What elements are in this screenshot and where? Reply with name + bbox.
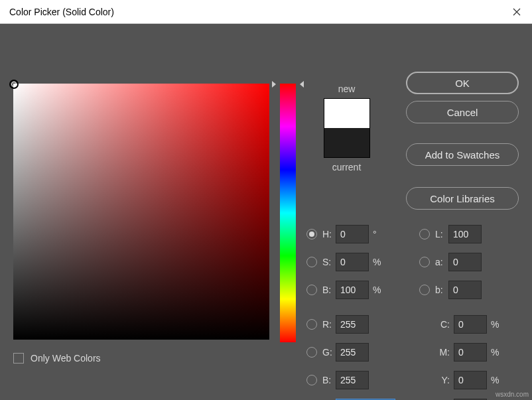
lab-b-input[interactable] <box>448 281 482 299</box>
window-close-button[interactable] <box>501 0 532 24</box>
blue-input[interactable] <box>336 371 369 389</box>
magenta-label: M: <box>435 347 454 358</box>
brightness-suffix: % <box>369 285 385 295</box>
color-libraries-button[interactable]: Color Libraries <box>406 187 519 210</box>
saturation-label: S: <box>322 257 336 267</box>
color-swatch-preview: new current <box>312 84 381 176</box>
red-radio[interactable] <box>306 319 317 330</box>
new-color-swatch <box>324 98 370 128</box>
hue-input[interactable] <box>336 225 369 243</box>
watermark: wsxdn.com <box>496 391 529 398</box>
green-radio[interactable] <box>306 347 317 358</box>
cyan-label: C: <box>435 319 454 330</box>
add-to-swatches-button[interactable]: Add to Swatches <box>406 143 519 166</box>
saturation-value-field[interactable] <box>13 84 269 340</box>
only-web-colors-checkbox[interactable]: Only Web Colors <box>13 353 101 364</box>
cancel-button[interactable]: Cancel <box>406 101 519 123</box>
saturation-radio[interactable] <box>306 257 317 267</box>
green-input[interactable] <box>336 343 369 362</box>
cyan-input[interactable] <box>454 315 487 334</box>
lab-b-radio[interactable] <box>419 285 430 295</box>
yellow-input[interactable] <box>454 371 487 389</box>
ok-button[interactable]: OK <box>406 72 519 94</box>
new-color-label: new <box>312 84 381 94</box>
close-icon <box>513 8 521 16</box>
brightness-radio[interactable] <box>306 285 317 295</box>
lab-b-label: b: <box>435 285 448 295</box>
only-web-colors-label: Only Web Colors <box>31 353 101 364</box>
yellow-label: Y: <box>435 375 454 385</box>
color-value-fields: H: ° L: S: % a: <box>306 220 525 400</box>
current-color-swatch[interactable] <box>324 128 370 158</box>
lab-a-label: a: <box>435 257 448 267</box>
hue-label: H: <box>322 229 336 239</box>
cyan-suffix: % <box>487 319 503 330</box>
lab-a-input[interactable] <box>448 253 482 271</box>
lab-a-radio[interactable] <box>419 257 430 267</box>
hue-radio[interactable] <box>306 229 317 239</box>
lab-l-label: L: <box>435 229 448 239</box>
window-title: Color Picker (Solid Color) <box>9 7 114 17</box>
checkbox-icon <box>13 353 24 364</box>
brightness-label: B: <box>322 285 336 295</box>
red-label: R: <box>322 319 336 330</box>
saturation-input[interactable] <box>336 253 369 271</box>
dialog-content: new current OK Cancel Add to Swatches Co… <box>0 24 532 48</box>
blue-label: B: <box>322 375 336 385</box>
lab-l-radio[interactable] <box>419 229 430 239</box>
current-color-label: current <box>312 162 381 172</box>
brightness-input[interactable] <box>336 281 369 299</box>
green-label: G: <box>322 347 336 358</box>
hue-slider[interactable] <box>280 84 296 342</box>
blue-radio[interactable] <box>306 375 317 385</box>
saturation-suffix: % <box>369 257 385 267</box>
sv-cursor-icon <box>9 80 19 89</box>
hue-suffix: ° <box>369 229 385 239</box>
red-input[interactable] <box>336 315 369 334</box>
titlebar: Color Picker (Solid Color) <box>0 0 532 24</box>
magenta-suffix: % <box>487 347 503 358</box>
yellow-suffix: % <box>487 375 503 385</box>
lab-l-input[interactable] <box>448 225 482 243</box>
magenta-input[interactable] <box>454 343 487 362</box>
